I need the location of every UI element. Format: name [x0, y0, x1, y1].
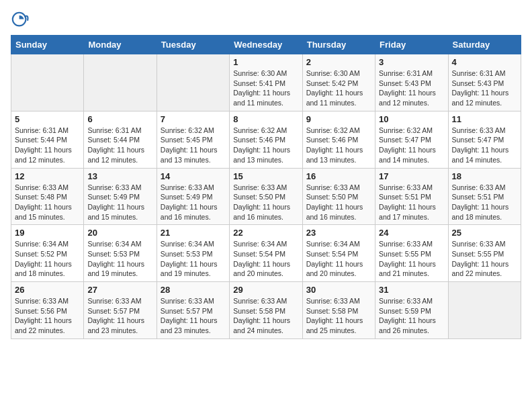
day-header-saturday: Saturday [448, 36, 521, 54]
day-info: Sunrise: 6:31 AM Sunset: 5:44 PM Dayligh… [87, 126, 152, 165]
day-info: Sunrise: 6:33 AM Sunset: 5:55 PM Dayligh… [452, 239, 517, 279]
day-number: 26 [15, 285, 80, 295]
day-number: 19 [15, 228, 80, 238]
calendar-cell: 7Sunrise: 6:32 AM Sunset: 5:45 PM Daylig… [157, 111, 229, 168]
week-row-4: 19Sunrise: 6:34 AM Sunset: 5:52 PM Dayli… [11, 225, 521, 282]
calendar-cell: 15Sunrise: 6:33 AM Sunset: 5:50 PM Dayli… [230, 168, 302, 225]
calendar-cell [157, 54, 229, 111]
day-info: Sunrise: 6:33 AM Sunset: 5:49 PM Dayligh… [87, 183, 152, 222]
calendar-cell: 11Sunrise: 6:33 AM Sunset: 5:47 PM Dayli… [448, 111, 521, 168]
calendar-cell: 17Sunrise: 6:33 AM Sunset: 5:51 PM Dayli… [375, 168, 448, 225]
day-number: 25 [452, 228, 517, 238]
day-header-tuesday: Tuesday [157, 36, 229, 54]
calendar-cell: 31Sunrise: 6:33 AM Sunset: 5:59 PM Dayli… [375, 282, 448, 339]
day-number: 27 [87, 285, 152, 295]
calendar-cell: 6Sunrise: 6:31 AM Sunset: 5:44 PM Daylig… [84, 111, 157, 168]
day-info: Sunrise: 6:33 AM Sunset: 5:47 PM Dayligh… [452, 126, 517, 165]
day-header-sunday: Sunday [11, 36, 84, 54]
week-row-3: 12Sunrise: 6:33 AM Sunset: 5:48 PM Dayli… [11, 168, 521, 225]
day-number: 24 [379, 228, 444, 238]
logo [11, 11, 32, 30]
calendar-table: SundayMondayTuesdayWednesdayThursdayFrid… [11, 35, 521, 339]
calendar-cell: 24Sunrise: 6:33 AM Sunset: 5:55 PM Dayli… [375, 225, 448, 282]
day-info: Sunrise: 6:33 AM Sunset: 5:50 PM Dayligh… [233, 183, 298, 222]
week-row-1: 1Sunrise: 6:30 AM Sunset: 5:41 PM Daylig… [11, 54, 521, 111]
calendar-cell: 19Sunrise: 6:34 AM Sunset: 5:52 PM Dayli… [11, 225, 84, 282]
logo-icon [11, 11, 30, 30]
day-info: Sunrise: 6:33 AM Sunset: 5:58 PM Dayligh… [233, 296, 298, 336]
day-info: Sunrise: 6:33 AM Sunset: 5:57 PM Dayligh… [87, 296, 152, 336]
day-number: 8 [233, 114, 298, 124]
day-number: 31 [379, 285, 444, 295]
calendar-cell [448, 282, 521, 339]
day-info: Sunrise: 6:33 AM Sunset: 5:50 PM Dayligh… [306, 183, 371, 222]
calendar-cell: 16Sunrise: 6:33 AM Sunset: 5:50 PM Dayli… [302, 168, 375, 225]
calendar-cell: 1Sunrise: 6:30 AM Sunset: 5:41 PM Daylig… [230, 54, 302, 111]
day-number: 16 [306, 171, 371, 181]
day-number: 7 [161, 114, 226, 124]
calendar-cell: 9Sunrise: 6:32 AM Sunset: 5:46 PM Daylig… [302, 111, 375, 168]
calendar-cell: 14Sunrise: 6:33 AM Sunset: 5:49 PM Dayli… [157, 168, 229, 225]
calendar-cell: 27Sunrise: 6:33 AM Sunset: 5:57 PM Dayli… [84, 282, 157, 339]
day-number: 30 [306, 285, 371, 295]
calendar-cell: 5Sunrise: 6:31 AM Sunset: 5:44 PM Daylig… [11, 111, 84, 168]
day-header-wednesday: Wednesday [230, 36, 302, 54]
day-info: Sunrise: 6:33 AM Sunset: 5:55 PM Dayligh… [379, 239, 444, 279]
day-info: Sunrise: 6:33 AM Sunset: 5:51 PM Dayligh… [452, 183, 517, 222]
calendar-cell: 30Sunrise: 6:33 AM Sunset: 5:58 PM Dayli… [302, 282, 375, 339]
calendar-cell: 4Sunrise: 6:31 AM Sunset: 5:43 PM Daylig… [448, 54, 521, 111]
week-row-5: 26Sunrise: 6:33 AM Sunset: 5:56 PM Dayli… [11, 282, 521, 339]
calendar-cell: 18Sunrise: 6:33 AM Sunset: 5:51 PM Dayli… [448, 168, 521, 225]
calendar-cell: 21Sunrise: 6:34 AM Sunset: 5:53 PM Dayli… [157, 225, 229, 282]
day-number: 23 [306, 228, 371, 238]
day-info: Sunrise: 6:32 AM Sunset: 5:47 PM Dayligh… [379, 126, 444, 165]
calendar-cell: 20Sunrise: 6:34 AM Sunset: 5:53 PM Dayli… [84, 225, 157, 282]
day-number: 5 [15, 114, 80, 124]
day-number: 1 [233, 57, 298, 67]
day-number: 21 [161, 228, 226, 238]
day-number: 6 [87, 114, 152, 124]
day-number: 12 [15, 171, 80, 181]
calendar-cell [84, 54, 157, 111]
day-number: 4 [452, 57, 517, 67]
day-info: Sunrise: 6:30 AM Sunset: 5:42 PM Dayligh… [306, 68, 371, 108]
calendar-cell: 28Sunrise: 6:33 AM Sunset: 5:57 PM Dayli… [157, 282, 229, 339]
day-info: Sunrise: 6:32 AM Sunset: 5:46 PM Dayligh… [233, 126, 298, 165]
day-number: 28 [161, 285, 226, 295]
day-number: 3 [379, 57, 444, 67]
day-info: Sunrise: 6:33 AM Sunset: 5:51 PM Dayligh… [379, 183, 444, 222]
day-info: Sunrise: 6:31 AM Sunset: 5:44 PM Dayligh… [15, 126, 80, 165]
day-info: Sunrise: 6:33 AM Sunset: 5:58 PM Dayligh… [306, 296, 371, 336]
calendar-cell: 2Sunrise: 6:30 AM Sunset: 5:42 PM Daylig… [302, 54, 375, 111]
day-info: Sunrise: 6:34 AM Sunset: 5:53 PM Dayligh… [87, 239, 152, 279]
day-number: 20 [87, 228, 152, 238]
day-number: 17 [379, 171, 444, 181]
day-number: 14 [161, 171, 226, 181]
day-info: Sunrise: 6:33 AM Sunset: 5:57 PM Dayligh… [161, 296, 226, 336]
day-info: Sunrise: 6:32 AM Sunset: 5:46 PM Dayligh… [306, 126, 371, 165]
day-number: 18 [452, 171, 517, 181]
day-header-friday: Friday [375, 36, 448, 54]
calendar-cell [11, 54, 84, 111]
calendar-cell: 8Sunrise: 6:32 AM Sunset: 5:46 PM Daylig… [230, 111, 302, 168]
day-header-monday: Monday [84, 36, 157, 54]
day-info: Sunrise: 6:34 AM Sunset: 5:52 PM Dayligh… [15, 239, 80, 279]
calendar-cell: 13Sunrise: 6:33 AM Sunset: 5:49 PM Dayli… [84, 168, 157, 225]
day-info: Sunrise: 6:31 AM Sunset: 5:43 PM Dayligh… [452, 68, 517, 108]
day-number: 10 [379, 114, 444, 124]
calendar-cell: 3Sunrise: 6:31 AM Sunset: 5:43 PM Daylig… [375, 54, 448, 111]
day-info: Sunrise: 6:31 AM Sunset: 5:43 PM Dayligh… [379, 68, 444, 108]
days-header-row: SundayMondayTuesdayWednesdayThursdayFrid… [11, 36, 521, 54]
calendar-cell: 10Sunrise: 6:32 AM Sunset: 5:47 PM Dayli… [375, 111, 448, 168]
day-info: Sunrise: 6:33 AM Sunset: 5:56 PM Dayligh… [15, 296, 80, 336]
day-info: Sunrise: 6:32 AM Sunset: 5:45 PM Dayligh… [161, 126, 226, 165]
calendar-cell: 12Sunrise: 6:33 AM Sunset: 5:48 PM Dayli… [11, 168, 84, 225]
day-number: 29 [233, 285, 298, 295]
day-info: Sunrise: 6:34 AM Sunset: 5:54 PM Dayligh… [306, 239, 371, 279]
day-number: 13 [87, 171, 152, 181]
day-number: 22 [233, 228, 298, 238]
week-row-2: 5Sunrise: 6:31 AM Sunset: 5:44 PM Daylig… [11, 111, 521, 168]
day-info: Sunrise: 6:34 AM Sunset: 5:53 PM Dayligh… [161, 239, 226, 279]
day-number: 15 [233, 171, 298, 181]
day-number: 2 [306, 57, 371, 67]
